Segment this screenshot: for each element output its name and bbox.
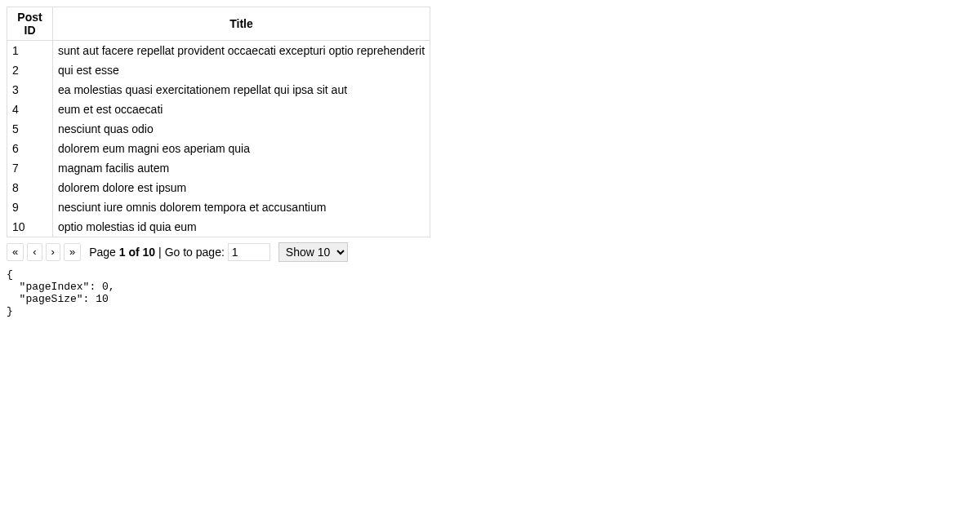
cell-title: qui est esse	[53, 60, 430, 80]
cell-title: magnam facilis autem	[53, 158, 430, 178]
table-row: 2qui est esse	[7, 60, 430, 80]
cell-title: nesciunt iure omnis dolorem tempora et a…	[53, 197, 430, 217]
next-page-button[interactable]: ›	[46, 243, 60, 261]
table-row: 9nesciunt iure omnis dolorem tempora et …	[7, 197, 430, 217]
cell-post-id: 6	[7, 139, 53, 158]
table-row: 8dolorem dolore est ipsum	[7, 178, 430, 197]
cell-post-id: 1	[7, 41, 53, 61]
cell-post-id: 10	[7, 217, 53, 237]
cell-post-id: 9	[7, 197, 53, 217]
prev-page-button[interactable]: ‹	[27, 243, 42, 261]
cell-post-id: 4	[7, 100, 53, 119]
cell-title: eum et est occaecati	[53, 100, 430, 119]
cell-title: dolorem dolore est ipsum	[53, 178, 430, 197]
cell-post-id: 5	[7, 119, 53, 139]
cell-post-id: 7	[7, 158, 53, 178]
table-row: 1sunt aut facere repellat provident occa…	[7, 41, 430, 61]
cell-title: nesciunt quas odio	[53, 119, 430, 139]
cell-title: ea molestias quasi exercitationem repell…	[53, 80, 430, 100]
page-status-value: 1 of 10	[119, 246, 155, 259]
table-row: 5nesciunt quas odio	[7, 119, 430, 139]
table-row: 6dolorem eum magni eos aperiam quia	[7, 139, 430, 158]
pagination-bar: « ‹ › » Page 1 of 10 | Go to page: Show …	[7, 242, 973, 262]
last-page-button[interactable]: »	[64, 243, 81, 261]
table-row: 3ea molestias quasi exercitationem repel…	[7, 80, 430, 100]
posts-table: Post ID Title 1sunt aut facere repellat …	[7, 7, 430, 237]
page-status: Page 1 of 10	[89, 246, 155, 259]
page-size-select[interactable]: Show 10	[278, 242, 348, 262]
cell-title: optio molestias id quia eum	[53, 217, 430, 237]
debug-state-output: { "pageIndex": 0, "pageSize": 10 }	[7, 268, 973, 317]
col-header-post-id: Post ID	[7, 7, 53, 41]
cell-post-id: 3	[7, 80, 53, 100]
cell-post-id: 8	[7, 178, 53, 197]
table-row: 7magnam facilis autem	[7, 158, 430, 178]
cell-title: dolorem eum magni eos aperiam quia	[53, 139, 430, 158]
cell-post-id: 2	[7, 60, 53, 80]
table-row: 10optio molestias id quia eum	[7, 217, 430, 237]
goto-page-label: | Go to page:	[158, 246, 225, 259]
goto-page-input[interactable]	[228, 243, 270, 261]
table-row: 4eum et est occaecati	[7, 100, 430, 119]
page-prefix: Page	[89, 246, 119, 259]
first-page-button[interactable]: «	[7, 243, 24, 261]
cell-title: sunt aut facere repellat provident occae…	[53, 41, 430, 61]
col-header-title: Title	[53, 7, 430, 41]
